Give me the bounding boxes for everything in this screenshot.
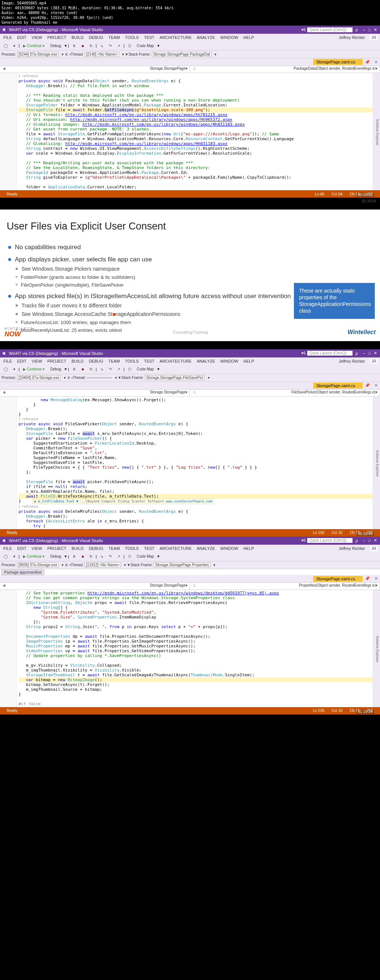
process-bar: Process:[5244] 07a-Storage.exe ▾ ⏸ ▪ Thr… [0, 51, 380, 58]
wintellect-now-logo: WINTELLECTNOW [5, 327, 33, 338]
gutter [0, 73, 17, 190]
tooltip-scooter: ◆ m_txtFileData.Text ▼...\Beyond Compare… [32, 499, 214, 504]
vs-logo-icon [2, 27, 7, 32]
step-over-icon[interactable]: ↷ [107, 43, 114, 49]
tab-storagepage[interactable]: StoragePage.xaml.cs [313, 59, 362, 65]
quick-launch[interactable]: Quick Launch (Ctrl+Q) [307, 351, 353, 356]
vs-window-1: WinRT via CS (Debugging) - Microsoft Vis… [0, 25, 380, 197]
tab-appxmanifest[interactable]: Package.appxmanifest [2, 570, 44, 575]
code-editor[interactable]: Solution Explorer // See System properti… [0, 590, 380, 707]
toolbar[interactable]: ◯▾| ▶ Continue ▾ Debug▾| ⏸■↻| ↘↷↗| ⬡Code… [0, 41, 380, 51]
wintellect-logo: Wintellect [348, 329, 375, 336]
pause-icon[interactable]: ⏸ [70, 43, 78, 49]
process-field[interactable]: [5244] 07a-Storage.exe [17, 52, 59, 57]
vs-logo-icon [2, 351, 7, 356]
code-editor[interactable]: Solution Explorer 1 reference private as… [0, 73, 380, 190]
vs-window-2: WinRT via CS (Debugging) - Microsoft Vis… [0, 349, 380, 536]
restart-icon[interactable]: ↻ [87, 43, 95, 49]
window-title: WinRT via CS (Debugging) - Microsoft Vis… [9, 27, 301, 32]
menubar[interactable]: FILEEDITVIEWPROJECTBUILDDEBUGTEAMTOOLSTE… [0, 34, 380, 41]
solution-explorer-tab[interactable]: Solution Explorer [373, 73, 380, 190]
close-tab-icon[interactable]: ✕ [372, 60, 380, 65]
step-out-icon[interactable]: ↗ [115, 43, 123, 49]
slide-title: User Files via Explicit User Consent [7, 221, 373, 232]
tab-bar: StoragePage.xaml.cs 📌 ✕ [0, 58, 380, 66]
nav-back-icon[interactable]: ◯ [2, 43, 10, 49]
menu-file[interactable]: FILE [1, 35, 14, 40]
timestamp: 00:09:01 [357, 193, 374, 197]
step-into-icon[interactable]: ↘ [98, 43, 105, 49]
code-editor[interactable]: Solution Explorer new MessageDialog(ex.M… [0, 397, 380, 529]
callout-box: These are actually static properties of … [294, 283, 375, 319]
stop-icon[interactable]: ■ [80, 43, 86, 49]
status-bar: Ready Ln 45Col 54Ch 54INS 00:09:01 [0, 190, 380, 197]
quick-launch[interactable]: Quick Launch (Ctrl+Q) [307, 27, 353, 32]
stackframe-field[interactable]: Storage.StoragePage.PackageDat [152, 52, 212, 57]
presentation-slide: User Files via Explicit User Consent No … [0, 210, 380, 341]
user-name[interactable]: Jeffrey Richter [336, 35, 368, 40]
window-buttons[interactable]: –□✕ [361, 27, 378, 32]
continue-button[interactable]: ▶ Continue ▾ [21, 43, 47, 49]
vs-window-3: WinRT via CS (Debugging) - Microsoft Vis… [0, 536, 380, 714]
bullet: No capabilities required [7, 243, 373, 252]
media-info: Image: 564005865.mp4 Size: 401930607 byt… [0, 0, 380, 25]
titlebar: WinRT via CS (Debugging) - Microsoft Vis… [0, 25, 380, 34]
thread-field[interactable]: [2140] <No Name> [85, 52, 119, 57]
vs-logo-icon [2, 538, 7, 543]
nav-dropdown[interactable]: ◆Storage.StoragePage▾ ◇PackageData(Objec… [0, 66, 380, 73]
pin-icon[interactable]: 📌 [362, 60, 372, 65]
laser-pointer-icon [113, 313, 116, 316]
continue-button[interactable]: ▶ Continue ▾ [21, 366, 47, 372]
